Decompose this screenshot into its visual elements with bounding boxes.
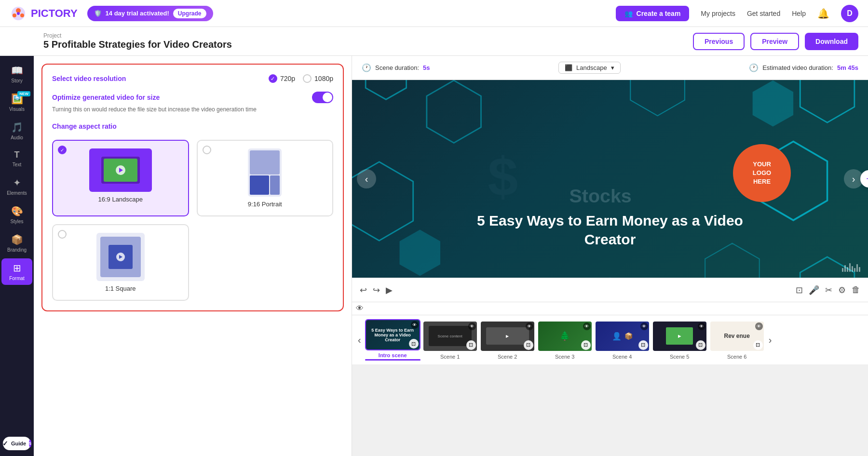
sidebar-item-branding[interactable]: 📦 Branding [1, 230, 32, 256]
scene-6-text: Rev enue [724, 333, 749, 339]
sidebar-label-visuals: Visuals [9, 107, 25, 112]
scene-3-label: Scene 3 [555, 354, 574, 360]
scene-badge-1: 👁 [468, 322, 476, 330]
redo-button[interactable]: ↪ [373, 285, 380, 295]
play-triangle-landscape [119, 168, 123, 173]
resolution-720-option[interactable]: 720p [269, 74, 295, 83]
video-controls: ↩ ↪ ▶ ⊡ 🎤 ✂ ⚙ 🗑 [352, 278, 868, 302]
resolution-720-label: 720p [280, 75, 295, 82]
sidebar-item-text[interactable]: T Text [1, 146, 32, 171]
scene-thumb-6: Rev enue ⊡ 👁 [709, 321, 765, 352]
upgrade-button[interactable]: Upgrade [173, 9, 206, 18]
scissors-button[interactable]: ✂ [825, 285, 832, 295]
sidebar-item-format[interactable]: ⊞ Format [1, 258, 32, 285]
sidebar-item-story[interactable]: 📖 Story [1, 61, 32, 87]
scene-card-intro[interactable]: 5 Easy Ways to Earn Money as a Video Cre… [365, 319, 420, 361]
captions-button[interactable]: ⊡ [796, 285, 803, 295]
svg-text:$: $ [488, 147, 518, 207]
sidebar-label-branding: Branding [7, 247, 27, 253]
header: PICTORY 🛡️ 14 day trial activated! Upgra… [0, 0, 868, 27]
landscape-screen [104, 159, 137, 182]
clock-icon-2: 🕐 [749, 63, 759, 72]
scene-overlay-5[interactable]: ⊡ [696, 340, 705, 350]
video-logo: YOURLOGOHERE [733, 144, 791, 202]
aspect-card-landscape[interactable]: 16:9 Landscape [52, 140, 189, 216]
logo-text: PICTORY [31, 7, 78, 20]
nav-help[interactable]: Help [792, 10, 806, 17]
format-panel: Select video resolution 720p 1080p Optim… [41, 64, 344, 311]
scene-card-5[interactable]: ▶ ⊡ 👁 Scene 5 [652, 321, 707, 360]
scene-thumb-3: 🌲 ⊡ 👁 [537, 321, 593, 352]
create-team-button[interactable]: 👥 Create a team [616, 6, 690, 21]
scene-2-label: Scene 2 [498, 354, 517, 360]
text-icon: T [14, 150, 20, 160]
scene-duration-label: Scene duration: [375, 64, 419, 71]
square-label: 1:1 Square [105, 285, 136, 292]
eye-icon[interactable]: 👁 [356, 304, 364, 313]
sidebar-label-text: Text [13, 162, 21, 167]
play-button[interactable]: ▶ [386, 285, 393, 295]
portrait-preview [248, 148, 282, 197]
aspect-card-square[interactable]: 1:1 Square [52, 224, 189, 301]
scene-badge-5: 👁 [698, 322, 705, 330]
scene-inner-1: Scene content [429, 326, 472, 347]
sidebar-item-visuals[interactable]: NEW 🖼️ Visuals [1, 89, 32, 116]
story-icon: 📖 [11, 65, 23, 76]
logo-icon [10, 5, 27, 22]
optimize-toggle[interactable] [312, 92, 333, 103]
scene-overlay-2[interactable]: ⊡ [524, 340, 533, 350]
project-title: 5 Profitable Strategies for Video Creato… [43, 39, 232, 50]
scene-card-3[interactable]: 🌲 ⊡ 👁 Scene 3 [537, 321, 593, 360]
timeline-next-button[interactable]: › [767, 335, 774, 346]
styles-icon: 🎨 [11, 205, 23, 217]
scene-card-2[interactable]: ▶ ⊡ 👁 Scene 2 [480, 321, 535, 360]
scene-overlay-4[interactable]: ⊡ [638, 340, 648, 350]
orientation-icon: ⬛ [565, 64, 572, 71]
aspect-card-portrait[interactable]: 9:16 Portrait [197, 140, 334, 216]
scene-overlay-1[interactable]: ⊡ [466, 340, 476, 350]
preview-button[interactable]: Preview [750, 33, 799, 50]
settings-button[interactable]: ⚙ [838, 285, 846, 295]
radio-720-check [269, 74, 277, 83]
sidebar-label-styles: Styles [10, 219, 23, 224]
scene-badge-4: 👁 [640, 322, 648, 330]
scene-overlay-3[interactable]: ⊡ [581, 340, 591, 350]
microphone-button[interactable]: 🎤 [809, 285, 819, 295]
sidebar-item-elements[interactable]: ✦ Elements [1, 173, 32, 200]
scene-6-label: Scene 6 [727, 354, 746, 360]
change-aspect-ratio-link[interactable]: Change aspect ratio [52, 122, 333, 130]
timeline-scroll[interactable]: ‹ 5 Easy Ways to Earn Money as a Video C… [352, 315, 868, 364]
timeline: 👁 ‹ 5 Easy Ways to Earn Money as a Video… [352, 302, 868, 364]
subheader-actions: Previous Preview Download [693, 33, 858, 50]
nav-get-started[interactable]: Get started [747, 10, 780, 17]
previous-button[interactable]: Previous [693, 33, 745, 50]
sidebar-item-styles[interactable]: 🎨 Styles [1, 201, 32, 228]
guide-label: Guide [11, 441, 26, 446]
download-button[interactable]: Download [805, 33, 858, 50]
avatar[interactable]: D [841, 5, 858, 22]
scene-overlay-6[interactable]: ⊡ [753, 340, 763, 350]
orientation-select[interactable]: ⬛ Landscape ▾ [558, 62, 621, 74]
nav-my-projects[interactable]: My projects [701, 10, 735, 17]
guide-button[interactable]: ✓ Guide 5 [3, 437, 31, 450]
square-preview-wrapper [96, 233, 145, 281]
svg-point-3 [20, 13, 24, 17]
resolution-label: Select video resolution [52, 75, 126, 82]
trial-badge: 🛡️ 14 day trial activated! Upgrade [87, 6, 213, 21]
format-icon: ⊞ [13, 262, 21, 274]
trash-button[interactable]: 🗑 [852, 285, 860, 295]
scene-overlay-intro[interactable]: ⊡ [409, 339, 419, 349]
scene-card-4[interactable]: 👤 📦 ⊡ 👁 Scene 4 [595, 321, 650, 360]
scene-card-1[interactable]: Scene content ⊡ 👁 Scene 1 [422, 321, 478, 360]
notifications-icon[interactable]: 🔔 [817, 8, 829, 19]
scene-card-6[interactable]: Rev enue ⊡ 👁 Scene 6 [709, 321, 765, 360]
optimize-description: Turning this on would reduce the file si… [52, 105, 333, 114]
portrait-bottom-right [270, 175, 280, 195]
timeline-prev-button[interactable]: ‹ [356, 335, 363, 346]
audio-bar-8 [859, 267, 860, 272]
prev-scene-button[interactable]: ‹ [357, 169, 376, 188]
undo-button[interactable]: ↩ [360, 285, 367, 295]
sidebar-item-audio[interactable]: 🎵 Audio [1, 118, 32, 144]
scene-duration-value: 5s [423, 64, 430, 71]
resolution-1080-option[interactable]: 1080p [303, 74, 333, 83]
